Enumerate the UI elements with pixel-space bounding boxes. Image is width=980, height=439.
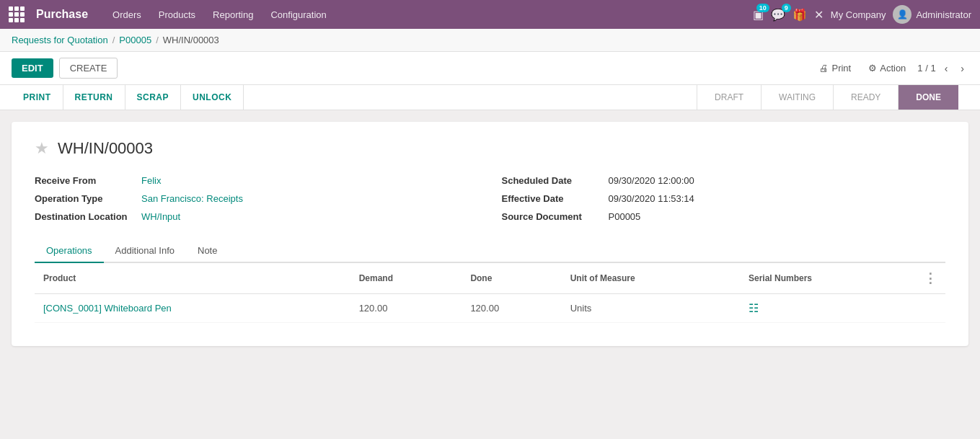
next-page-button[interactable]: › <box>956 61 968 76</box>
status-done[interactable]: DONE <box>898 85 958 110</box>
activity-icon[interactable]: ▣ 10 <box>753 8 764 22</box>
cell-uom: Units <box>562 294 740 323</box>
tab-operations[interactable]: Operations <box>35 239 104 263</box>
operation-type-label: Operation Type <box>35 193 136 204</box>
company-name[interactable]: My Company <box>831 9 886 20</box>
destination-value[interactable]: WH/Input <box>141 211 180 222</box>
tabs: Operations Additional Info Note <box>35 239 945 263</box>
breadcrumb: Requests for Quotation / P00005 / WH/IN/… <box>0 29 980 52</box>
print-action-btn[interactable]: PRINT <box>12 85 63 110</box>
user-avatar: 👤 <box>893 5 911 24</box>
return-action-btn[interactable]: RETURN <box>63 85 125 110</box>
column-options-icon[interactable]: ⋮ <box>924 271 937 285</box>
status-ready[interactable]: READY <box>833 85 898 110</box>
status-draft[interactable]: DRAFT <box>697 85 761 110</box>
col-done: Done <box>462 263 561 294</box>
source-doc-label: Source Document <box>502 211 603 222</box>
messages-badge: 9 <box>782 4 791 12</box>
receive-from-value[interactable]: Felix <box>141 175 161 186</box>
menu-products[interactable]: Products <box>151 6 203 23</box>
print-icon: 🖨 <box>819 63 829 74</box>
field-destination: Destination Location WH/Input <box>35 211 479 222</box>
field-group-left: Receive From Felix Operation Type San Fr… <box>35 175 479 222</box>
col-actions: ⋮ <box>915 263 945 294</box>
main-content: ★ WH/IN/00003 Receive From Felix Operati… <box>0 110 980 358</box>
gear-icon: ⚙ <box>868 63 877 74</box>
record-header: ★ WH/IN/00003 <box>35 139 945 158</box>
breadcrumb-rfq[interactable]: Requests for Quotation <box>12 35 108 45</box>
status-waiting[interactable]: WAITING <box>761 85 833 110</box>
field-group-right: Scheduled Date 09/30/2020 12:00:00 Effec… <box>502 175 946 222</box>
activity-badge: 10 <box>756 4 769 12</box>
record-title: WH/IN/00003 <box>58 139 153 158</box>
menu-orders[interactable]: Orders <box>105 6 149 23</box>
cell-product[interactable]: [CONS_0001] Whiteboard Pen <box>35 294 350 323</box>
user-name: Administrator <box>916 9 971 20</box>
fields-grid: Receive From Felix Operation Type San Fr… <box>35 175 945 222</box>
receive-from-label: Receive From <box>35 175 136 186</box>
app-brand: Purchase <box>36 8 88 21</box>
field-effective-date: Effective Date 09/30/2020 11:53:14 <box>502 193 946 204</box>
messages-icon[interactable]: 💬 9 <box>771 8 785 22</box>
scheduled-date-label: Scheduled Date <box>502 175 603 186</box>
app-menu-icon[interactable] <box>9 6 25 22</box>
action-button[interactable]: ⚙ Action <box>862 60 911 76</box>
breadcrumb-po[interactable]: P00005 <box>119 35 151 45</box>
effective-date-label: Effective Date <box>502 193 603 204</box>
top-menu: Orders Products Reporting Configuration <box>105 6 334 23</box>
toolbar: EDIT CREATE 🖨 Print ⚙ Action 1 / 1 ‹ › <box>0 52 980 85</box>
menu-configuration[interactable]: Configuration <box>263 6 333 23</box>
source-doc-value: P00005 <box>609 211 641 222</box>
col-demand: Demand <box>350 263 462 294</box>
prev-page-button[interactable]: ‹ <box>940 61 953 76</box>
breadcrumb-sep-1: / <box>112 35 115 45</box>
cell-done: 120.00 <box>462 294 561 323</box>
breadcrumb-current: WH/IN/00003 <box>163 35 219 45</box>
detail-list-icon[interactable]: ☷ <box>749 302 759 314</box>
nav-icons: ▣ 10 💬 9 🎁 ✕ My Company 👤 Administrator <box>753 5 971 24</box>
record-card: ★ WH/IN/00003 Receive From Felix Operati… <box>12 122 968 346</box>
field-receive-from: Receive From Felix <box>35 175 479 186</box>
operation-type-value[interactable]: San Francisco: Receipts <box>141 193 243 204</box>
cell-row-actions <box>915 294 945 323</box>
table-header-row: Product Demand Done Unit of Measure Seri… <box>35 263 945 294</box>
cell-demand: 120.00 <box>350 294 462 323</box>
col-serial-numbers: Serial Numbers <box>740 263 915 294</box>
scheduled-date-value: 09/30/2020 12:00:00 <box>609 175 694 186</box>
menu-reporting[interactable]: Reporting <box>206 6 260 23</box>
create-button[interactable]: CREATE <box>59 58 118 79</box>
tab-note[interactable]: Note <box>186 239 229 263</box>
gift-icon[interactable]: 🎁 <box>793 8 807 22</box>
close-icon[interactable]: ✕ <box>814 8 824 22</box>
pagination: 1 / 1 ‹ › <box>917 61 968 76</box>
scrap-action-btn[interactable]: SCRAP <box>125 85 182 110</box>
status-steps: DRAFT WAITING READY DONE <box>697 85 958 110</box>
field-scheduled-date: Scheduled Date 09/30/2020 12:00:00 <box>502 175 946 186</box>
user-menu[interactable]: 👤 Administrator <box>893 5 971 24</box>
cell-serial-numbers: ☷ <box>740 294 915 323</box>
col-product: Product <box>35 263 350 294</box>
print-label: Print <box>831 63 851 74</box>
operations-table: Product Demand Done Unit of Measure Seri… <box>35 263 945 323</box>
status-bar: PRINT RETURN SCRAP UNLOCK DRAFT WAITING … <box>0 85 980 110</box>
breadcrumb-sep-2: / <box>156 35 159 45</box>
edit-button[interactable]: EDIT <box>12 58 53 78</box>
destination-label: Destination Location <box>35 211 136 222</box>
col-uom: Unit of Measure <box>562 263 740 294</box>
top-navigation: Purchase Orders Products Reporting Confi… <box>0 0 980 29</box>
table-row: [CONS_0001] Whiteboard Pen 120.00 120.00… <box>35 294 945 323</box>
favorite-icon[interactable]: ★ <box>35 139 49 158</box>
tab-additional-info[interactable]: Additional Info <box>104 239 186 263</box>
pagination-text: 1 / 1 <box>917 63 935 74</box>
field-source-doc: Source Document P00005 <box>502 211 946 222</box>
field-operation-type: Operation Type San Francisco: Receipts <box>35 193 479 204</box>
effective-date-value: 09/30/2020 11:53:14 <box>609 193 694 204</box>
action-label: Action <box>880 63 906 74</box>
unlock-action-btn[interactable]: UNLOCK <box>181 85 244 110</box>
print-button[interactable]: 🖨 Print <box>813 60 857 76</box>
